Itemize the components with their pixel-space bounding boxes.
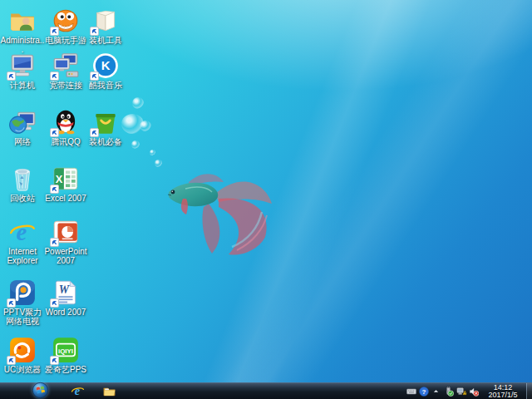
- desktop-icon-qq[interactable]: 腾讯QQ: [45, 108, 86, 146]
- desktop-icon-network[interactable]: 网络: [2, 108, 43, 146]
- desktop-icon-kuwo-music[interactable]: K 酷我音乐: [85, 52, 126, 90]
- desktop-icon-excel[interactable]: X Excel 2007: [45, 165, 86, 203]
- word-icon: W: [52, 278, 80, 307]
- icon-label: PowerPoint 2007: [43, 247, 88, 265]
- user-folder-icon: [8, 7, 37, 35]
- iqiyi-icon: iQIYI: [52, 336, 80, 364]
- orange-monster-icon: [52, 7, 80, 35]
- icon-label: 爱奇艺PPS: [43, 365, 88, 374]
- excel-icon: X: [52, 165, 80, 193]
- icon-label: 网络: [0, 137, 45, 146]
- shortcut-arrow-icon: [90, 71, 99, 81]
- system-tray: ? 14:12 2017/1/5: [405, 383, 532, 399]
- svg-text:iQIYI: iQIYI: [58, 347, 73, 355]
- desktop-icon-powerpoint[interactable]: PowerPoint 2007: [45, 218, 86, 265]
- icon-label: 计算机: [0, 81, 45, 90]
- desktop-icon-broadband[interactable]: 宽带连接: [45, 52, 86, 90]
- bubble: [131, 140, 140, 149]
- taskbar: e ? 14:12 2017/1/5: [0, 382, 532, 399]
- desktop-icon-essentials[interactable]: 装机必备: [85, 108, 126, 146]
- icon-label: Excel 2007: [43, 194, 88, 203]
- shopping-bag-icon: [91, 108, 120, 136]
- internet-explorer-icon: e: [8, 218, 37, 246]
- bubble: [140, 121, 151, 131]
- powerpoint-icon: [52, 218, 80, 246]
- taskbar-clock[interactable]: 14:12 2017/1/5: [480, 384, 526, 399]
- desktop-icon-iqiyi[interactable]: iQIYI 爱奇艺PPS: [45, 336, 86, 374]
- uc-browser-icon: [8, 336, 37, 364]
- show-desktop-button[interactable]: [526, 383, 532, 399]
- shortcut-arrow-icon: [50, 71, 59, 81]
- safely-remove-hardware-icon[interactable]: [442, 383, 455, 399]
- desktop-icon-pptv[interactable]: PPTV聚力 网络电视: [2, 278, 43, 326]
- help-icon[interactable]: ?: [417, 383, 430, 399]
- bubble: [132, 97, 144, 109]
- icon-label: 酷我音乐: [83, 81, 128, 90]
- desktop-icon-internet-explorer[interactable]: e Internet Explorer: [2, 218, 43, 265]
- svg-text:e: e: [74, 384, 80, 397]
- keyboard-language-icon[interactable]: [405, 383, 417, 399]
- bubble: [150, 150, 155, 155]
- shortcut-arrow-icon: [7, 71, 16, 81]
- pptv-icon: [8, 278, 37, 307]
- shortcut-arrow-icon: [7, 356, 16, 365]
- shortcut-arrow-icon: [50, 27, 59, 36]
- show-hidden-icons-button[interactable]: [430, 383, 442, 399]
- shortcut-arrow-icon: [7, 298, 16, 308]
- network-status-warning-icon[interactable]: [455, 383, 467, 399]
- icon-label: 宽带连接: [43, 81, 88, 90]
- start-button[interactable]: [30, 383, 50, 399]
- shortcut-arrow-icon: [50, 238, 59, 247]
- icon-label: PPTV聚力 网络电视: [0, 308, 45, 326]
- desktop-icon-word[interactable]: W Word 2007: [45, 278, 86, 317]
- shortcut-arrow-icon: [50, 298, 59, 308]
- icon-label: 腾讯QQ: [43, 137, 88, 146]
- desktop-icon-uc-browser[interactable]: UC浏览器: [2, 336, 43, 374]
- icon-label: 装机工具: [83, 36, 128, 45]
- shortcut-arrow-icon: [90, 27, 99, 36]
- icon-label: 装机必备: [83, 137, 128, 146]
- shortcut-arrow-icon: [50, 185, 59, 194]
- svg-text:e: e: [17, 219, 27, 245]
- desktop-wallpaper[interactable]: Administra... 电脑玩手游 装机工具 计算机 宽带连接 K: [0, 0, 532, 382]
- betta-fish-image: [160, 160, 278, 267]
- icon-label: Word 2007: [43, 308, 88, 317]
- windows-logo-icon: [32, 382, 49, 399]
- volume-muted-icon[interactable]: [467, 383, 480, 399]
- folder-icon: [102, 384, 116, 398]
- svg-text:K: K: [101, 59, 111, 72]
- kuwo-music-icon: K: [91, 52, 120, 80]
- desktop-icon-recycle-bin[interactable]: 回收站: [2, 165, 43, 203]
- network-globe-icon: [8, 108, 37, 136]
- shortcut-arrow-icon: [50, 128, 59, 137]
- shortcut-arrow-icon: [50, 356, 59, 365]
- network-computers-icon: [52, 52, 80, 80]
- desktop-icon-computer[interactable]: 计算机: [2, 52, 43, 90]
- desktop-icon-administrator[interactable]: Administra...: [2, 7, 43, 54]
- svg-text:?: ?: [421, 387, 426, 395]
- open-box-icon: [91, 7, 120, 35]
- icon-label: 电脑玩手游: [43, 36, 88, 45]
- computer-icon: [8, 52, 37, 80]
- internet-explorer-icon: e: [71, 384, 85, 398]
- icon-label: UC浏览器: [0, 365, 45, 374]
- icon-label: 回收站: [0, 194, 45, 203]
- recycle-bin-icon: [8, 165, 37, 193]
- svg-text:W: W: [59, 283, 71, 296]
- taskbar-internet-explorer-button[interactable]: e: [62, 383, 93, 399]
- shortcut-arrow-icon: [90, 128, 99, 137]
- taskbar-windows-explorer-button[interactable]: [93, 383, 125, 399]
- icon-label: Internet Explorer: [0, 247, 45, 265]
- qq-penguin-icon: [52, 108, 80, 136]
- desktop-icon-game-monster[interactable]: 电脑玩手游: [45, 7, 86, 45]
- desktop-icon-install-tools[interactable]: 装机工具: [85, 7, 126, 45]
- clock-date: 2017/1/5: [482, 392, 524, 399]
